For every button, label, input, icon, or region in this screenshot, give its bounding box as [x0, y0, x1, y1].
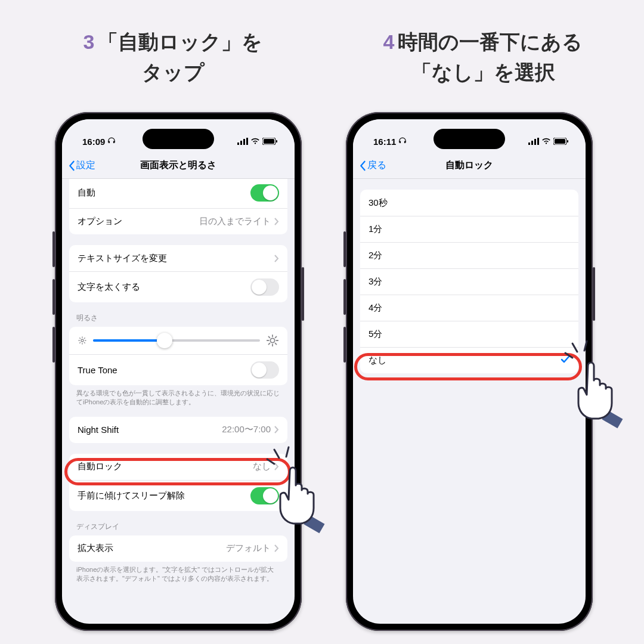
svg-rect-2	[243, 139, 245, 145]
chevron-left-icon	[68, 160, 75, 171]
row-auto[interactable]: 自動	[69, 179, 287, 208]
row-textsize-label: テキストサイズを変更	[78, 253, 167, 264]
display-group: 拡大表示 デフォルト	[69, 535, 287, 562]
svg-line-38	[584, 341, 587, 351]
row-raise-label: 手前に傾けてスリープ解除	[78, 490, 185, 501]
cellular-icon	[237, 138, 248, 145]
phone-step-3: 16:09 設定 画面表示と明るさ 自動	[55, 112, 302, 631]
autolock-option-label: 4分	[369, 302, 382, 314]
autolock-option-label: 1分	[369, 224, 382, 235]
svg-point-7	[81, 339, 83, 342]
autolock-option[interactable]: 2分	[360, 242, 578, 268]
truetone-note: 異なる環境でも色が一貫して表示されるように、環境光の状況に応じてiPhoneの表…	[76, 389, 280, 407]
autolock-option-label: 2分	[369, 250, 382, 261]
autolock-option[interactable]: 3分	[360, 268, 578, 295]
status-time: 16:09	[82, 137, 105, 147]
row-option[interactable]: オプション 日の入までライト	[69, 208, 287, 234]
svg-line-12	[80, 338, 80, 339]
row-nightshift-value: 22:00〜7:00	[222, 424, 271, 435]
autolock-option-label: 5分	[369, 329, 382, 340]
brightness-slider[interactable]	[93, 339, 260, 342]
svg-rect-28	[537, 138, 539, 145]
svg-rect-5	[264, 139, 274, 144]
svg-line-37	[572, 343, 577, 352]
step-3-line2: タップ	[142, 61, 205, 83]
autolock-option[interactable]: 1分	[360, 216, 578, 242]
svg-rect-6	[276, 140, 277, 143]
step-3-line1: 「自動ロック」を	[98, 30, 262, 53]
settings-content[interactable]: 自動 オプション 日の入までライト テキストサイズを変更 文字を太くする	[62, 179, 295, 624]
wifi-icon	[250, 138, 260, 145]
headphones-icon	[107, 137, 116, 145]
row-bold[interactable]: 文字を太くする	[69, 271, 287, 302]
battery-icon	[262, 138, 278, 145]
autolock-option[interactable]: 4分	[360, 295, 578, 321]
dynamic-island	[143, 129, 214, 149]
nav-title: 自動ロック	[353, 159, 586, 172]
svg-rect-25	[528, 143, 530, 145]
truetone-switch[interactable]	[250, 361, 279, 379]
chevron-right-icon	[274, 255, 279, 262]
auto-switch[interactable]	[250, 184, 279, 202]
sun-large-icon	[266, 334, 279, 347]
nav-back-button[interactable]: 設定	[62, 159, 95, 172]
nightshift-group: Night Shift 22:00〜7:00	[69, 417, 287, 443]
row-nightshift[interactable]: Night Shift 22:00〜7:00	[69, 417, 287, 443]
row-option-value: 日の入までライト	[199, 216, 271, 227]
autolock-option[interactable]: なし	[360, 347, 578, 373]
brightness-slider-row[interactable]	[69, 327, 287, 354]
row-zoom-label: 拡大表示	[78, 543, 113, 554]
nav-bar: 設定 画面表示と明るさ	[62, 153, 295, 179]
autolock-option-label: 3分	[369, 276, 382, 287]
text-group: テキストサイズを変更 文字を太くする	[69, 245, 287, 302]
row-raise[interactable]: 手前に傾けてスリープ解除	[69, 480, 287, 511]
nav-back-button[interactable]: 戻る	[353, 159, 386, 172]
autolock-option[interactable]: 5分	[360, 321, 578, 347]
chevron-right-icon	[274, 218, 279, 225]
row-truetone-label: True Tone	[78, 365, 117, 375]
chevron-left-icon	[359, 160, 366, 171]
svg-line-33	[274, 450, 279, 458]
svg-line-15	[84, 338, 85, 339]
chevron-right-icon	[274, 544, 279, 552]
row-bold-label: 文字を太くする	[78, 281, 140, 293]
svg-rect-1	[240, 141, 242, 145]
row-autolock-label: 自動ロック	[78, 461, 122, 472]
svg-rect-27	[534, 139, 536, 145]
nav-back-label: 戻る	[367, 159, 386, 172]
autolock-option[interactable]: 30秒	[360, 190, 578, 216]
svg-line-34	[286, 447, 289, 457]
row-autolock[interactable]: 自動ロック なし	[69, 454, 287, 480]
svg-line-22	[275, 343, 277, 345]
display-header: ディスプレイ	[76, 522, 280, 532]
bold-switch[interactable]	[250, 278, 279, 296]
step-4-header: 4時間の一番下にある 「なし」を選択	[334, 27, 632, 88]
svg-rect-3	[246, 138, 248, 145]
svg-point-16	[270, 338, 274, 342]
sun-small-icon	[78, 336, 87, 345]
brightness-header: 明るさ	[76, 313, 280, 323]
wifi-icon	[541, 138, 551, 145]
zoom-note: iPhoneの表示を選択します。"文字を拡大" ではコントロールが拡大表示されま…	[76, 565, 280, 584]
nav-title: 画面表示と明るさ	[62, 159, 295, 172]
svg-rect-0	[237, 143, 239, 145]
pointer-hand-icon	[565, 354, 631, 432]
status-time: 16:11	[373, 137, 396, 147]
row-textsize[interactable]: テキストサイズを変更	[69, 245, 287, 271]
step-3-number: 3	[83, 30, 95, 53]
step-4-line1: 時間の一番下にある	[398, 30, 583, 53]
autolock-content[interactable]: 30秒1分2分3分4分5分なし	[353, 179, 586, 624]
nav-back-label: 設定	[76, 159, 95, 172]
phone-step-4: 16:11 戻る 自動ロック 30秒1分2分3分4分5分なし	[346, 112, 593, 631]
dynamic-island	[434, 129, 505, 149]
svg-rect-30	[555, 139, 565, 144]
row-truetone[interactable]: True Tone	[69, 354, 287, 385]
battery-icon	[553, 138, 569, 145]
nav-bar: 戻る 自動ロック	[353, 153, 586, 179]
row-zoom[interactable]: 拡大表示 デフォルト	[69, 535, 287, 562]
row-auto-label: 自動	[78, 187, 95, 199]
pointer-hand-icon	[267, 459, 333, 537]
step-3-header: 3「自動ロック」を タップ	[24, 27, 322, 88]
autolock-group: 自動ロック なし 手前に傾けてスリープ解除	[69, 454, 287, 511]
row-nightshift-label: Night Shift	[78, 425, 119, 435]
